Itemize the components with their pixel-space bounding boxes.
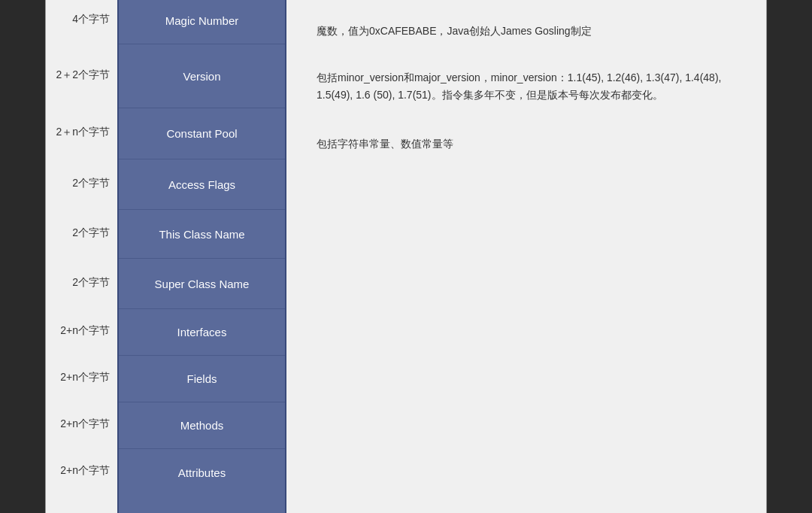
size-cell-magic: 4个字节 (46, 0, 117, 43)
size-cell-thisclass: 2个字节 (46, 208, 117, 257)
desc-block-version: 包括minor_version和major_version，minor_vers… (317, 54, 751, 118)
desc-block-constant: 包括字符串常量、数值常量等 (317, 118, 751, 169)
desc-block-fields (317, 366, 751, 412)
table-cell-thisclass[interactable]: This Class Name (119, 210, 285, 259)
size-cell-fields: 2+n个字节 (46, 354, 117, 401)
size-cell-attributes: 2+n个字节 (46, 448, 117, 494)
desc-block-magic: 魔数，值为0xCAFEBABE，Java创始人James Gosling制定 (317, 8, 751, 54)
desc-block-methods (317, 412, 751, 459)
table-cell-superclass[interactable]: Super Class Name (119, 259, 285, 309)
right-panel: 魔数，值为0xCAFEBABE，Java创始人James Gosling制定包括… (301, 0, 766, 513)
table-cell-access[interactable]: Access Flags (119, 159, 285, 210)
left-panel: 4个字节2＋2个字节2＋n个字节2个字节2个字节2个字节2+n个字节2+n个字节… (46, 0, 301, 513)
size-cell-version: 2＋2个字节 (46, 43, 117, 107)
table-cell-version[interactable]: Version (119, 44, 285, 108)
desc-block-attributes (317, 459, 751, 505)
table-column: Magic NumberVersionConstant PoolAccess F… (117, 0, 286, 513)
desc-block-thisclass (317, 220, 751, 269)
desc-block-superclass (317, 269, 751, 319)
desc-text-magic: 魔数，值为0xCAFEBABE，Java创始人James Gosling制定 (317, 23, 592, 39)
desc-block-access (317, 169, 751, 220)
size-cell-access: 2个字节 (46, 158, 117, 208)
table-cell-methods[interactable]: Methods (119, 402, 285, 449)
desc-text-version: 包括minor_version和major_version，minor_vers… (317, 69, 751, 103)
main-container: 4个字节2＋2个字节2＋n个字节2个字节2个字节2个字节2+n个字节2+n个字节… (45, 0, 767, 513)
size-cell-constant: 2＋n个字节 (46, 107, 117, 158)
desc-block-interfaces (317, 319, 751, 366)
size-cell-methods: 2+n个字节 (46, 401, 117, 448)
table-cell-magic[interactable]: Magic Number (119, 0, 285, 44)
table-cell-attributes[interactable]: Attributes (119, 449, 285, 496)
size-cell-superclass: 2个字节 (46, 257, 117, 308)
size-column: 4个字节2＋2个字节2＋n个字节2个字节2个字节2个字节2+n个字节2+n个字节… (46, 0, 117, 513)
desc-text-constant: 包括字符串常量、数值常量等 (317, 135, 453, 152)
table-cell-constant[interactable]: Constant Pool (119, 108, 285, 159)
table-cell-interfaces[interactable]: Interfaces (119, 309, 285, 356)
size-cell-interfaces: 2+n个字节 (46, 308, 117, 354)
table-cell-fields[interactable]: Fields (119, 356, 285, 402)
